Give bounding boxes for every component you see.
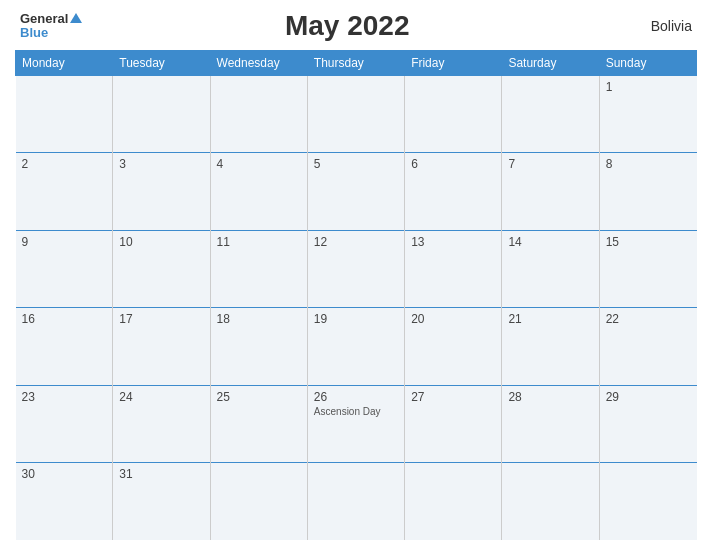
logo-triangle-icon	[70, 13, 82, 23]
calendar-cell	[405, 463, 502, 540]
day-number: 12	[314, 235, 327, 249]
calendar-cell: 17	[113, 308, 210, 385]
logo: General Blue	[20, 12, 82, 41]
day-number: 17	[119, 312, 132, 326]
day-number: 15	[606, 235, 619, 249]
calendar-cell: 13	[405, 230, 502, 307]
day-number: 4	[217, 157, 224, 171]
day-number: 11	[217, 235, 230, 249]
day-number: 31	[119, 467, 132, 481]
calendar-cell: 10	[113, 230, 210, 307]
calendar-cell: 28	[502, 385, 599, 462]
calendar-cell: 21	[502, 308, 599, 385]
calendar-cell: 26Ascension Day	[307, 385, 404, 462]
day-number: 3	[119, 157, 126, 171]
calendar-cell: 27	[405, 385, 502, 462]
calendar-week-3: 9101112131415	[16, 230, 697, 307]
calendar-body: 1234567891011121314151617181920212223242…	[16, 76, 697, 541]
day-header-monday: Monday	[16, 51, 113, 76]
calendar-cell: 14	[502, 230, 599, 307]
day-number: 30	[22, 467, 35, 481]
calendar-cell	[210, 463, 307, 540]
day-number: 20	[411, 312, 424, 326]
day-number: 27	[411, 390, 424, 404]
calendar-header: General Blue May 2022 Bolivia	[15, 10, 697, 42]
day-number: 21	[508, 312, 521, 326]
calendar-week-1: 1	[16, 76, 697, 153]
calendar-cell	[502, 76, 599, 153]
calendar-cell: 22	[599, 308, 696, 385]
day-header-sunday: Sunday	[599, 51, 696, 76]
calendar-cell: 29	[599, 385, 696, 462]
country-label: Bolivia	[612, 18, 692, 34]
calendar-cell: 15	[599, 230, 696, 307]
calendar-cell: 3	[113, 153, 210, 230]
calendar-week-6: 3031	[16, 463, 697, 540]
calendar-cell: 23	[16, 385, 113, 462]
day-number: 13	[411, 235, 424, 249]
calendar-cell	[307, 76, 404, 153]
calendar-cell: 20	[405, 308, 502, 385]
day-number: 23	[22, 390, 35, 404]
day-number: 29	[606, 390, 619, 404]
day-number: 9	[22, 235, 29, 249]
calendar-cell: 5	[307, 153, 404, 230]
calendar-cell	[16, 76, 113, 153]
day-header-saturday: Saturday	[502, 51, 599, 76]
day-number: 19	[314, 312, 327, 326]
calendar-cell: 18	[210, 308, 307, 385]
event-label: Ascension Day	[314, 406, 398, 417]
day-number: 26	[314, 390, 327, 404]
day-number: 6	[411, 157, 418, 171]
day-number: 28	[508, 390, 521, 404]
day-number: 25	[217, 390, 230, 404]
calendar-cell: 11	[210, 230, 307, 307]
day-number: 5	[314, 157, 321, 171]
calendar-cell: 24	[113, 385, 210, 462]
day-number: 2	[22, 157, 29, 171]
calendar-cell: 9	[16, 230, 113, 307]
calendar-header-row: MondayTuesdayWednesdayThursdayFridaySatu…	[16, 51, 697, 76]
calendar-cell: 4	[210, 153, 307, 230]
calendar-week-2: 2345678	[16, 153, 697, 230]
calendar-week-4: 16171819202122	[16, 308, 697, 385]
calendar-cell: 19	[307, 308, 404, 385]
calendar-cell: 25	[210, 385, 307, 462]
calendar-cell: 1	[599, 76, 696, 153]
day-header-thursday: Thursday	[307, 51, 404, 76]
calendar-cell: 31	[113, 463, 210, 540]
calendar-cell	[113, 76, 210, 153]
day-number: 24	[119, 390, 132, 404]
day-number: 10	[119, 235, 132, 249]
day-header-wednesday: Wednesday	[210, 51, 307, 76]
calendar-cell	[210, 76, 307, 153]
calendar-title: May 2022	[82, 10, 612, 42]
day-number: 22	[606, 312, 619, 326]
day-number: 16	[22, 312, 35, 326]
calendar-cell: 12	[307, 230, 404, 307]
day-header-friday: Friday	[405, 51, 502, 76]
calendar-cell	[599, 463, 696, 540]
day-number: 14	[508, 235, 521, 249]
days-of-week-row: MondayTuesdayWednesdayThursdayFridaySatu…	[16, 51, 697, 76]
calendar-week-5: 23242526Ascension Day272829	[16, 385, 697, 462]
logo-general-text: General	[20, 12, 82, 26]
day-number: 7	[508, 157, 515, 171]
calendar-table: MondayTuesdayWednesdayThursdayFridaySatu…	[15, 50, 697, 540]
day-number: 18	[217, 312, 230, 326]
calendar-cell	[307, 463, 404, 540]
day-number: 8	[606, 157, 613, 171]
logo-blue-text: Blue	[20, 26, 82, 40]
day-number: 1	[606, 80, 613, 94]
day-header-tuesday: Tuesday	[113, 51, 210, 76]
calendar-cell: 6	[405, 153, 502, 230]
calendar-cell: 30	[16, 463, 113, 540]
calendar-cell	[405, 76, 502, 153]
calendar-cell: 16	[16, 308, 113, 385]
calendar-cell: 8	[599, 153, 696, 230]
calendar-cell: 7	[502, 153, 599, 230]
calendar-cell: 2	[16, 153, 113, 230]
calendar-cell	[502, 463, 599, 540]
